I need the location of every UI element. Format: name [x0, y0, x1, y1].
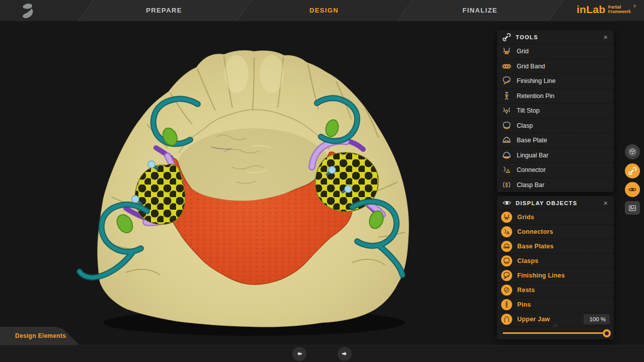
tools-panel: TOOLS × Grid Grid Band	[497, 30, 614, 192]
3d-viewport[interactable]: Design Elements TOOLS ×	[0, 21, 644, 345]
inlab-brand-text: inLab	[577, 4, 606, 16]
sirona-logo-icon	[19, 3, 34, 21]
bottom-bar	[0, 345, 644, 362]
tool-item-clasp-bar[interactable]: Clasp Bar	[497, 177, 614, 193]
tool-item-grid[interactable]: Grid	[497, 44, 614, 59]
design-elements-label: Design Elements	[15, 332, 66, 339]
display-item-base-plates[interactable]: Base Plates	[497, 239, 614, 253]
nav-forward-button[interactable]	[338, 347, 352, 361]
eye-icon	[628, 185, 637, 194]
display-item-label: Grids	[517, 214, 534, 221]
tool-item-label: Clasp	[517, 122, 533, 129]
display-item-finishing-lines[interactable]: Finishing Lines	[497, 268, 614, 283]
tool-item-clasp[interactable]: Clasp	[497, 118, 614, 133]
nav-back-button[interactable]	[292, 347, 306, 361]
grids-icon	[501, 212, 512, 223]
connectors-icon	[501, 226, 512, 237]
tool-item-label: Clasp Bar	[517, 182, 544, 189]
tool-item-label: Tilt Stop	[517, 107, 539, 114]
display-item-label: Pins	[517, 301, 531, 308]
finishing-lines-icon	[501, 270, 512, 281]
tool-item-label: Finishing Line	[517, 77, 555, 84]
grid-icon	[502, 46, 512, 56]
eye-icon	[502, 198, 512, 208]
tool-item-retention-pin[interactable]: Retention Pin	[497, 88, 614, 104]
tilt-stop-icon	[502, 106, 512, 116]
tool-item-finishing-line[interactable]: Finishing Line	[497, 73, 614, 88]
display-close-icon[interactable]: ×	[602, 199, 609, 207]
display-item-label: Finishing Lines	[517, 272, 565, 279]
product-line2: Framework	[608, 9, 630, 14]
finishing-line-icon	[502, 76, 512, 86]
clasp-icon	[502, 121, 512, 131]
display-item-grids[interactable]: Grids	[497, 210, 614, 224]
step-finalize[interactable]: FINALIZE	[405, 0, 555, 21]
display-item-rests[interactable]: Rests	[497, 283, 614, 297]
grid-band-icon	[502, 61, 512, 71]
top-bar: PREPARE DESIGN FINALIZE inLab Partial Fr…	[0, 0, 644, 22]
tools-toggle-button[interactable]	[625, 163, 640, 178]
registered-mark: ®	[633, 5, 636, 8]
tool-item-label: Connector	[517, 166, 546, 173]
wrench-icon	[628, 166, 637, 175]
inlab-application-window: PREPARE DESIGN FINALIZE inLab Partial Fr…	[0, 0, 644, 362]
display-panel-title: DISPLAY OBJECTS	[516, 200, 577, 206]
display-item-label: Rests	[517, 287, 535, 294]
view-options-button[interactable]	[625, 144, 640, 159]
tools-panel-header: TOOLS ×	[497, 30, 614, 44]
slider-caret	[552, 323, 558, 327]
snapshot-button[interactable]	[625, 201, 640, 215]
clasp-bar-icon	[502, 180, 512, 190]
tool-item-label: Grid Band	[517, 63, 545, 70]
tool-item-grid-band[interactable]: Grid Band	[497, 59, 614, 74]
tool-item-lingual-bar[interactable]: Lingual Bar	[497, 148, 614, 163]
tool-item-label: Lingual Bar	[517, 152, 548, 159]
arrow-right-icon	[341, 350, 349, 358]
display-item-label: Clasps	[517, 257, 538, 264]
tool-item-connector[interactable]: Connector	[497, 162, 614, 177]
connector-icon	[502, 165, 512, 175]
display-panel-header: DISPLAY OBJECTS ×	[497, 196, 614, 210]
slider-track[interactable]	[503, 332, 608, 334]
base-plates-icon	[501, 241, 512, 252]
slider-handle[interactable]	[603, 329, 611, 337]
arrow-left-icon	[295, 350, 303, 358]
tool-item-label: Retention Pin	[517, 93, 554, 100]
cube-icon	[628, 147, 637, 156]
step-design[interactable]: DESIGN	[244, 0, 405, 21]
display-item-connectors[interactable]: Connectors	[497, 224, 614, 239]
display-item-label: Upper Jaw	[517, 316, 550, 323]
tool-item-label: Base Plate	[517, 137, 547, 144]
image-icon	[628, 204, 637, 213]
lingual-bar-icon	[502, 150, 512, 160]
rests-icon	[501, 285, 512, 296]
display-item-label: Base Plates	[517, 243, 553, 250]
wrench-icon	[502, 32, 512, 42]
step-prepare[interactable]: PREPARE	[85, 0, 244, 21]
display-objects-toggle-button[interactable]	[625, 182, 640, 197]
tool-item-base-plate[interactable]: Base Plate	[497, 133, 614, 148]
clasps-icon	[501, 255, 512, 266]
display-objects-panel: DISPLAY OBJECTS × Grids Connectors	[497, 196, 614, 339]
tool-item-label: Grid	[517, 48, 529, 55]
upper-jaw-icon	[501, 314, 512, 325]
inlab-product-logo: inLab Partial Framework ®	[577, 4, 636, 16]
tools-panel-title: TOOLS	[516, 34, 538, 40]
display-item-clasps[interactable]: Clasps	[497, 253, 614, 268]
display-item-label: Connectors	[517, 228, 553, 235]
base-plate-icon	[502, 135, 512, 145]
retention-pin-icon	[502, 91, 512, 101]
tool-item-tilt-stop[interactable]: Tilt Stop	[497, 103, 614, 118]
upper-jaw-opacity-value[interactable]: 100 %	[584, 314, 610, 324]
display-item-pins[interactable]: Pins	[497, 297, 614, 312]
upper-jaw-opacity-slider[interactable]	[497, 326, 614, 339]
tools-close-icon[interactable]: ×	[602, 33, 609, 41]
pins-icon	[501, 299, 512, 310]
